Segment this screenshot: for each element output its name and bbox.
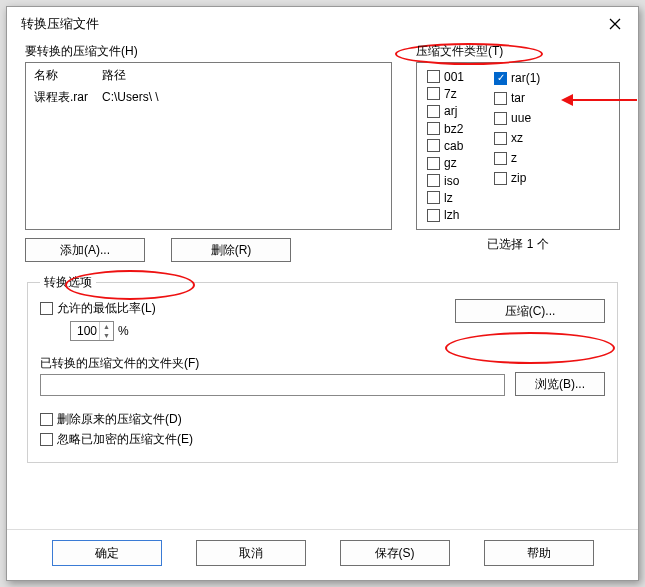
ok-button-label: 确定 <box>95 545 119 562</box>
browse-button[interactable]: 浏览(B)... <box>515 372 605 396</box>
min-ratio-checkbox[interactable]: 允许的最低比率(L) <box>40 299 156 317</box>
type-checkbox-uue[interactable]: uue <box>494 109 540 127</box>
add-button[interactable]: 添加(A)... <box>25 238 145 262</box>
row-name: 课程表.rar <box>34 88 102 106</box>
close-button[interactable] <box>600 13 630 35</box>
files-section-label: 要转换的压缩文件(H) <box>25 43 392 60</box>
delete-button[interactable]: 删除(R) <box>171 238 291 262</box>
checkbox-icon <box>40 433 53 446</box>
titlebar: 转换压缩文件 <box>7 7 638 41</box>
type-checkbox-7z[interactable]: 7z <box>427 86 464 101</box>
options-fieldset: 转换选项 允许的最低比率(L) ▲▼ % 压缩(C)... <box>27 274 618 463</box>
ok-button[interactable]: 确定 <box>52 540 162 566</box>
cancel-button[interactable]: 取消 <box>196 540 306 566</box>
compress-button[interactable]: 压缩(C)... <box>455 299 605 323</box>
types-listbox: 001 7z arj bz2 cab gz iso lz lzh ✓rar(1)… <box>416 62 620 230</box>
help-button[interactable]: 帮助 <box>484 540 594 566</box>
chevron-down-icon: ▼ <box>100 331 113 340</box>
folder-label: 已转换的压缩文件的文件夹(F) <box>40 356 199 370</box>
checkbox-icon <box>427 70 440 83</box>
type-checkbox-001[interactable]: 001 <box>427 69 464 84</box>
type-checkbox-rar[interactable]: ✓rar(1) <box>494 69 540 87</box>
ignore-encrypted-checkbox[interactable]: 忽略已加密的压缩文件(E) <box>40 430 605 448</box>
checkbox-icon <box>494 172 507 185</box>
table-row[interactable]: 课程表.rar C:\Users\ \ <box>26 88 391 106</box>
help-button-label: 帮助 <box>527 545 551 562</box>
save-button[interactable]: 保存(S) <box>340 540 450 566</box>
checkbox-icon <box>40 413 53 426</box>
add-button-label: 添加(A)... <box>60 242 110 259</box>
type-checkbox-tar[interactable]: tar <box>494 89 540 107</box>
checkbox-icon <box>427 105 440 118</box>
min-ratio-spinner[interactable]: ▲▼ % <box>70 321 156 341</box>
checkbox-icon <box>427 139 440 152</box>
options-legend: 转换选项 <box>40 274 96 291</box>
type-checkbox-bz2[interactable]: bz2 <box>427 121 464 136</box>
checkbox-icon <box>494 152 507 165</box>
type-checkbox-z[interactable]: z <box>494 149 540 167</box>
cancel-button-label: 取消 <box>239 545 263 562</box>
types-column-b: ✓rar(1) tar uue xz z zip <box>494 69 540 223</box>
compress-button-label: 压缩(C)... <box>505 303 556 320</box>
type-checkbox-iso[interactable]: iso <box>427 173 464 188</box>
files-listbox[interactable]: 名称 路径 课程表.rar C:\Users\ \ <box>25 62 392 230</box>
files-section: 要转换的压缩文件(H) 名称 路径 课程表.rar C:\Users\ \ 添加… <box>25 43 392 262</box>
checkbox-icon <box>494 92 507 105</box>
close-icon <box>609 18 621 30</box>
type-checkbox-arj[interactable]: arj <box>427 104 464 119</box>
checkbox-icon <box>427 157 440 170</box>
spinner-arrows[interactable]: ▲▼ <box>99 322 113 340</box>
files-list-header: 名称 路径 <box>26 63 391 88</box>
dialog-window: 转换压缩文件 要转换的压缩文件(H) 名称 路径 课程表.rar <box>6 6 639 581</box>
type-checkbox-cab[interactable]: cab <box>427 138 464 153</box>
checkbox-icon <box>427 87 440 100</box>
checkbox-icon <box>427 174 440 187</box>
type-checkbox-xz[interactable]: xz <box>494 129 540 147</box>
window-title: 转换压缩文件 <box>21 15 99 33</box>
type-checkbox-zip[interactable]: zip <box>494 169 540 187</box>
row-path: C:\Users\ \ <box>102 88 391 106</box>
col-header-name: 名称 <box>34 67 102 84</box>
checkbox-icon <box>427 191 440 204</box>
types-column-a: 001 7z arj bz2 cab gz iso lz lzh <box>427 69 464 223</box>
checkbox-icon <box>427 122 440 135</box>
chevron-up-icon: ▲ <box>100 322 113 331</box>
types-section-label: 压缩文件类型(T) <box>416 43 620 60</box>
percent-label: % <box>118 324 129 338</box>
checkbox-icon <box>40 302 53 315</box>
type-checkbox-gz[interactable]: gz <box>427 156 464 171</box>
type-checkbox-lz[interactable]: lz <box>427 190 464 205</box>
delete-button-label: 删除(R) <box>211 242 252 259</box>
dialog-footer: 确定 取消 保存(S) 帮助 <box>7 529 638 580</box>
save-button-label: 保存(S) <box>375 545 415 562</box>
min-ratio-input[interactable] <box>71 322 99 340</box>
checkbox-icon <box>494 132 507 145</box>
folder-input[interactable] <box>40 374 505 396</box>
type-checkbox-lzh[interactable]: lzh <box>427 208 464 223</box>
browse-button-label: 浏览(B)... <box>535 376 585 393</box>
selected-count: 已选择 1 个 <box>416 236 620 253</box>
checkbox-icon <box>494 112 507 125</box>
col-header-path: 路径 <box>102 67 391 84</box>
checkbox-icon: ✓ <box>494 72 507 85</box>
types-section: 压缩文件类型(T) 001 7z arj bz2 cab gz iso lz l… <box>416 43 620 262</box>
dialog-content: 要转换的压缩文件(H) 名称 路径 课程表.rar C:\Users\ \ 添加… <box>7 41 638 529</box>
delete-original-checkbox[interactable]: 删除原来的压缩文件(D) <box>40 410 605 428</box>
checkbox-icon <box>427 209 440 222</box>
min-ratio-group: 允许的最低比率(L) ▲▼ % <box>40 299 156 341</box>
